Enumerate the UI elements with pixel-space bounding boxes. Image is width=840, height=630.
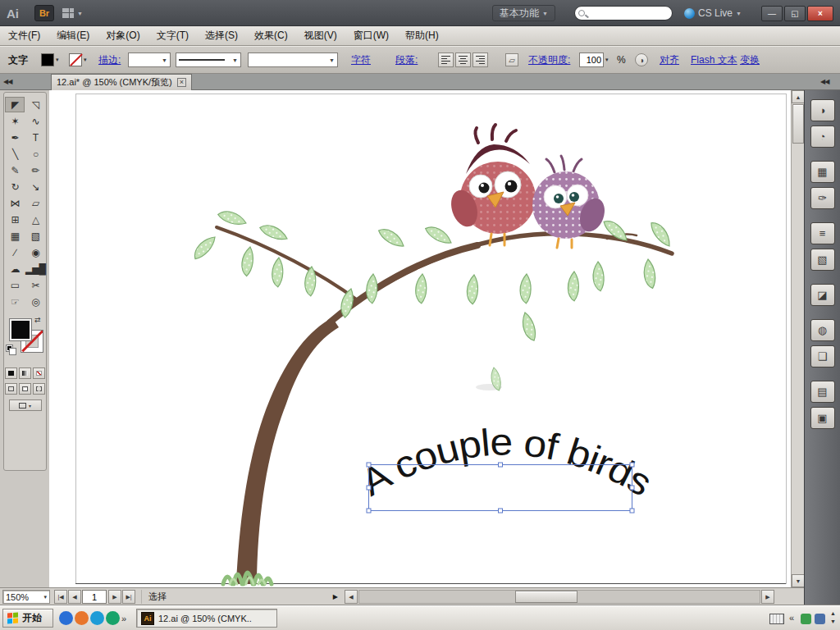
panel-icon-stroke[interactable]: ≡ [810, 222, 835, 244]
menu-file[interactable]: 文件(F) [0, 26, 48, 45]
workspace-switcher[interactable]: 基本功能 ▼ [492, 5, 555, 21]
draw-inside-button[interactable] [33, 383, 45, 395]
artboard-number-input[interactable] [82, 590, 107, 604]
panel-icon-transparency[interactable]: ◪ [810, 284, 835, 306]
toolbox-collapse-icon[interactable]: ◀◀ [3, 78, 11, 85]
tool-perspective-grid[interactable]: △ [25, 212, 45, 227]
tool-zoom[interactable]: ◎ [25, 294, 45, 309]
horizontal-scrollbar[interactable] [358, 590, 760, 604]
graphic-style-icon[interactable]: ◑ [635, 53, 648, 66]
draw-behind-button[interactable] [19, 383, 31, 395]
next-artboard-button[interactable]: ▶ [108, 590, 121, 604]
envelope-style-icon[interactable]: ▱ [505, 53, 518, 66]
paragraph-panel-link[interactable]: 段落: [395, 53, 418, 67]
tool-pencil[interactable]: ✏ [25, 162, 45, 178]
scroll-right-icon[interactable]: ▶ [761, 590, 774, 604]
panel-icon-graphic-styles[interactable]: ❑ [810, 345, 835, 368]
last-artboard-button[interactable]: ▶| [122, 590, 135, 604]
panel-icon-appearance[interactable]: ◍ [810, 319, 835, 341]
arrange-documents-button[interactable]: ▼ [62, 5, 83, 21]
color-button[interactable] [5, 368, 17, 379]
draw-normal-button[interactable] [5, 383, 17, 395]
tool-free-transform[interactable]: ▱ [25, 195, 45, 211]
align-right-button[interactable] [472, 52, 488, 67]
tool-shape-builder[interactable]: ⊞ [5, 212, 25, 227]
tray-icon-antivirus[interactable] [801, 614, 811, 624]
quick-launch-icon-show-desktop[interactable] [59, 611, 73, 625]
tool-eyedropper[interactable]: ∕ [5, 244, 25, 260]
panel-icon-color[interactable]: ◑ [810, 99, 835, 121]
panel-icon-artboards[interactable]: ▣ [810, 407, 835, 429]
width-profile-combo[interactable]: ▼ [176, 52, 241, 67]
panel-icon-layers[interactable]: ▤ [810, 381, 835, 403]
style-combo[interactable]: ▼ [248, 52, 338, 67]
tool-line-segment[interactable]: ╲ [5, 146, 25, 162]
menu-edit[interactable]: 编辑(E) [48, 26, 98, 45]
tool-slice[interactable]: ✂ [25, 277, 45, 293]
panel-icon-swatches[interactable]: ▦ [810, 161, 835, 183]
swap-fill-stroke-icon[interactable]: ⇄ [34, 316, 41, 324]
zoom-combo[interactable]: 150% ▾ [2, 590, 50, 604]
start-button[interactable]: 开始 [2, 609, 53, 628]
scroll-left-icon[interactable]: ◀ [345, 590, 358, 604]
tab-close-icon[interactable]: × [177, 78, 186, 87]
vertical-scroll-thumb[interactable] [792, 104, 804, 144]
tool-ellipse[interactable]: ○ [25, 146, 45, 162]
chevron-down-icon[interactable]: ▾ [605, 57, 609, 63]
dock-collapse-icon[interactable]: ◀◀ [820, 78, 829, 85]
bird-red[interactable] [447, 125, 536, 245]
stroke-weight-combo[interactable]: ▼ [128, 52, 171, 67]
scroll-down-icon[interactable]: ▼ [792, 574, 805, 587]
tool-direct-selection[interactable]: ◹ [25, 97, 45, 112]
menu-effect[interactable]: 效果(C) [246, 26, 296, 45]
tool-selection[interactable]: ◤ [5, 97, 25, 112]
menu-type[interactable]: 文字(T) [148, 26, 197, 45]
grass[interactable] [223, 573, 272, 584]
quick-launch-icon-browser-orange[interactable] [75, 611, 89, 625]
opacity-input[interactable] [579, 52, 604, 67]
first-artboard-button[interactable]: |◀ [54, 590, 67, 604]
tool-mesh[interactable]: ▦ [5, 228, 25, 244]
status-flyout-icon[interactable]: ▶ [333, 593, 341, 600]
tool-hand[interactable]: ☞ [5, 294, 25, 309]
search-input[interactable] [574, 6, 673, 21]
bridge-button[interactable]: Br [34, 5, 54, 21]
taskbar-document-button[interactable]: Ai 12.ai @ 150% (CMYK.. [136, 609, 277, 628]
status-indicator[interactable]: 选择 ▶ [141, 590, 341, 604]
align-left-button[interactable] [438, 52, 454, 67]
close-button[interactable]: × [807, 6, 833, 21]
tool-lasso[interactable]: ∿ [25, 113, 45, 129]
panel-icon-gradient[interactable]: ▧ [810, 249, 835, 271]
scroll-up-icon[interactable]: ▲ [792, 90, 805, 103]
panel-icon-brushes[interactable]: ✑ [810, 187, 835, 209]
previous-artboard-button[interactable]: ◀ [68, 590, 81, 604]
menu-help[interactable]: 帮助(H) [397, 26, 447, 45]
quick-launch-more-icon[interactable]: » [121, 614, 126, 623]
menu-object[interactable]: 对象(O) [98, 26, 148, 45]
tool-blend[interactable]: ◉ [25, 244, 45, 260]
tool-paintbrush[interactable]: ✎ [5, 162, 25, 178]
default-fill-stroke-icon[interactable] [7, 345, 16, 355]
menu-window[interactable]: 窗口(W) [345, 26, 397, 45]
tray-up-icon[interactable]: ▲ [830, 610, 836, 616]
tool-artboard[interactable]: ▭ [5, 277, 25, 293]
tool-column-graph[interactable]: ▂▅█ [25, 261, 45, 276]
tool-pen[interactable]: ✒ [5, 130, 25, 145]
stroke-color-swatch[interactable]: ▾ [69, 52, 87, 67]
artwork-text[interactable]: A couple of birds [354, 420, 659, 504]
minimize-button[interactable]: — [761, 6, 783, 21]
horizontal-scroll-thumb[interactable] [515, 591, 578, 603]
tool-width[interactable]: ⋈ [5, 195, 25, 211]
panel-icon-color-guide[interactable]: ◔ [810, 126, 835, 148]
falling-leaves[interactable] [476, 313, 537, 390]
fill-proxy[interactable] [10, 319, 31, 340]
character-panel-link[interactable]: 字符 [351, 53, 371, 67]
tool-scale[interactable]: ↘ [25, 179, 45, 194]
menu-select[interactable]: 选择(S) [197, 26, 246, 45]
quick-launch-icon-media-player[interactable] [106, 611, 120, 625]
transform-link[interactable]: 变换 [740, 53, 760, 67]
quick-launch-icon-internet-explorer[interactable] [90, 611, 104, 625]
tool-gradient[interactable]: ▧ [25, 228, 45, 244]
tray-collapse-icon[interactable]: « [789, 613, 794, 623]
tray-icon-network[interactable] [815, 614, 825, 624]
